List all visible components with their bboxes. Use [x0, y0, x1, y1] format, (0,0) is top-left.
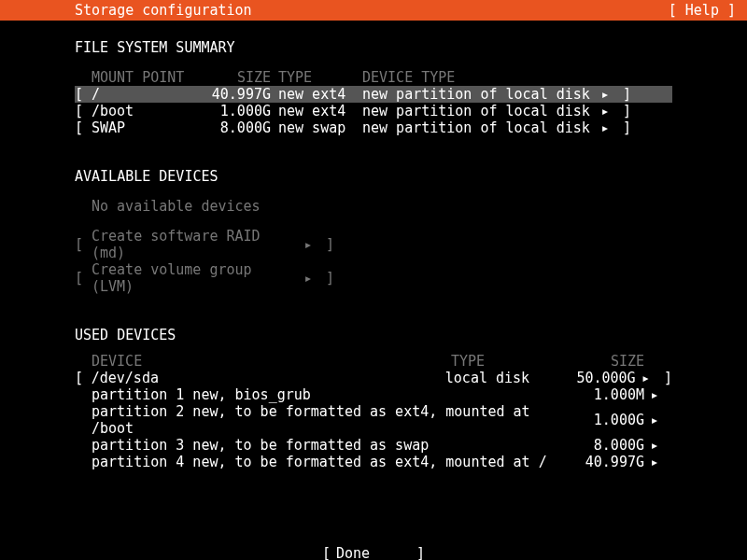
partition-desc: partition 1 new, bios_grub	[92, 386, 577, 403]
chevron-right-icon: ▸	[596, 103, 614, 119]
chevron-right-icon: ▸	[596, 86, 614, 103]
partition-row[interactable]: partition 1 new, bios_grub 1.000M ▸	[75, 386, 672, 403]
help-button[interactable]: [ Help ]	[669, 2, 736, 19]
used-columns: DEVICE TYPE SIZE	[75, 353, 672, 370]
header-bar: Storage configuration [ Help ]	[0, 0, 747, 21]
chevron-right-icon: ▸	[644, 412, 665, 428]
partition-desc: partition 4 new, to be formatted as ext4…	[92, 454, 577, 470]
col-size: SIZE	[194, 69, 278, 86]
col-dtype: DEVICE TYPE	[362, 69, 596, 86]
fs-row-swap[interactable]: [ SWAP 8.000G new swap new partition of …	[75, 119, 672, 136]
disk-type: local disk	[445, 370, 570, 386]
partition-desc: partition 3 new, to be formatted as swap	[92, 437, 577, 454]
fs-type: new ext4	[278, 103, 362, 119]
partition-size: 40.997G	[577, 454, 644, 470]
used-devices-heading: USED DEVICES	[75, 327, 672, 343]
done-button[interactable]: [ Done ]	[322, 545, 425, 560]
no-available-devices: No available devices	[75, 198, 672, 215]
create-raid-option[interactable]: [ Create software RAID (md) ▸ ]	[75, 228, 672, 261]
fs-type: new ext4	[278, 86, 362, 103]
mount-point: SWAP	[92, 119, 194, 136]
col-type: TYPE	[451, 353, 577, 370]
page-title: Storage configuration	[75, 2, 252, 19]
partition-size: 1.000G	[577, 412, 644, 428]
mount-point: /boot	[92, 103, 194, 119]
used-disk-row[interactable]: [ /dev/sda local disk 50.000G ▸ ]	[75, 370, 672, 386]
size: 8.000G	[194, 119, 278, 136]
chevron-right-icon: ▸	[299, 236, 317, 253]
create-raid-label: Create software RAID (md)	[92, 228, 299, 261]
partition-row[interactable]: partition 3 new, to be formatted as swap…	[75, 437, 672, 454]
chevron-right-icon: ▸	[636, 370, 656, 386]
chevron-right-icon: ▸	[644, 386, 665, 403]
bracket-open: [	[75, 86, 92, 103]
fs-type: new swap	[278, 119, 362, 136]
done-label: Done	[331, 545, 416, 560]
create-lvm-label: Create volume group (LVM)	[92, 261, 299, 295]
col-mount: MOUNT POINT	[92, 69, 194, 86]
action-buttons: [ Done ] [ Reset ] [ Back ]	[75, 545, 672, 560]
disk-name: /dev/sda	[92, 370, 445, 386]
col-type: TYPE	[278, 69, 362, 86]
device-type: new partition of local disk	[362, 86, 596, 103]
chevron-right-icon: ▸	[644, 454, 665, 470]
create-lvm-option[interactable]: [ Create volume group (LVM) ▸ ]	[75, 261, 672, 295]
mount-point: /	[92, 86, 194, 103]
chevron-right-icon: ▸	[644, 437, 665, 454]
col-size: SIZE	[577, 353, 644, 370]
disk-size: 50.000G	[570, 370, 636, 386]
size: 1.000G	[194, 103, 278, 119]
partition-row[interactable]: partition 4 new, to be formatted as ext4…	[75, 454, 672, 470]
chevron-right-icon: ▸	[596, 119, 614, 136]
partition-size: 1.000M	[577, 386, 644, 403]
content: FILE SYSTEM SUMMARY MOUNT POINT SIZE TYP…	[0, 21, 747, 560]
chevron-right-icon: ▸	[299, 270, 317, 287]
fs-row-boot[interactable]: [ /boot 1.000G new ext4 new partition of…	[75, 103, 672, 119]
bracket-close: ]	[614, 86, 631, 103]
device-type: new partition of local disk	[362, 103, 596, 119]
partition-row[interactable]: partition 2 new, to be formatted as ext4…	[75, 403, 672, 437]
file-system-summary-heading: FILE SYSTEM SUMMARY	[75, 39, 672, 56]
available-devices-heading: AVAILABLE DEVICES	[75, 168, 672, 185]
fs-row-root[interactable]: [ / 40.997G new ext4 new partition of lo…	[75, 86, 672, 103]
device-type: new partition of local disk	[362, 119, 596, 136]
size: 40.997G	[194, 86, 278, 103]
partition-desc: partition 2 new, to be formatted as ext4…	[92, 403, 577, 437]
summary-columns: MOUNT POINT SIZE TYPE DEVICE TYPE	[75, 69, 672, 86]
partition-size: 8.000G	[577, 437, 644, 454]
col-device: DEVICE	[92, 353, 451, 370]
